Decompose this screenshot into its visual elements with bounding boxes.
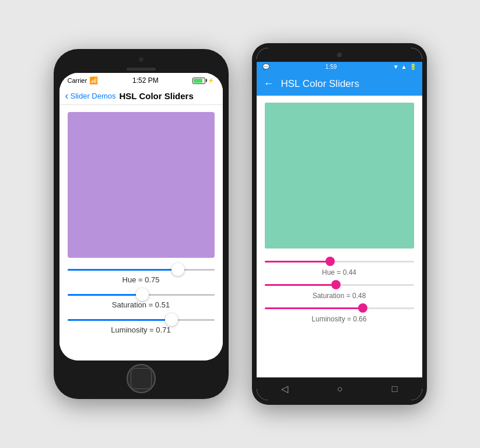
- android-luminosity-track: [265, 307, 414, 309]
- ios-saturation-label: Saturation = 0.51: [68, 300, 215, 309]
- android-luminosity-thumb[interactable]: [358, 303, 367, 313]
- android-luminosity-label: Luminosity = 0.66: [265, 315, 414, 323]
- android-camera-dot: [337, 52, 342, 57]
- android-hue-thumb[interactable]: [325, 257, 335, 266]
- ios-luminosity-thumb[interactable]: [165, 313, 178, 326]
- android-saturation-section: Saturation = 0.48: [265, 279, 414, 300]
- ios-saturation-fill: [68, 294, 143, 296]
- android-luminosity-slider-wrap[interactable]: [265, 302, 414, 314]
- android-hue-slider-wrap[interactable]: [265, 256, 414, 267]
- wifi-icon: 📶: [89, 76, 98, 85]
- ios-camera: [139, 57, 143, 62]
- android-luminosity-fill: [265, 307, 363, 309]
- android-wifi-icon: ▼: [393, 64, 399, 70]
- android-toolbar: ← HSL Color Sliders: [257, 72, 422, 96]
- ios-content: Hue = 0.75 Saturation = 0.51: [59, 105, 223, 360]
- android-toolbar-title: HSL Color Sliders: [281, 78, 359, 90]
- android-recents-button[interactable]: □: [392, 384, 398, 394]
- ios-status-left: Carrier 📶: [68, 76, 99, 85]
- android-saturation-track: [265, 284, 414, 286]
- ios-luminosity-fill: [68, 319, 172, 321]
- battery-icon: [192, 78, 205, 84]
- ios-status-bar: Carrier 📶 1:52 PM ⚡: [59, 73, 223, 87]
- ios-home-inner: [131, 368, 152, 389]
- ios-hue-section: Hue = 0.75: [68, 264, 215, 285]
- ios-hue-fill: [68, 269, 178, 271]
- android-content: Hue = 0.44 Saturation = 0.48: [257, 96, 422, 377]
- android-color-preview: [265, 103, 414, 249]
- android-saturation-thumb[interactable]: [331, 280, 341, 289]
- android-hue-section: Hue = 0.44: [265, 256, 414, 276]
- android-saturation-slider-wrap[interactable]: [265, 279, 414, 290]
- ios-saturation-thumb[interactable]: [136, 288, 149, 301]
- ios-back-button[interactable]: ‹ Slider Demos: [65, 90, 116, 101]
- ios-saturation-track: [68, 294, 215, 296]
- ios-luminosity-label: Luminosity = 0.71: [68, 326, 215, 334]
- android-saturation-fill: [265, 284, 337, 286]
- ios-luminosity-slider-wrap[interactable]: [68, 314, 215, 326]
- ios-phone: Carrier 📶 1:52 PM ⚡ ‹ Slider Demos HSL C…: [54, 49, 229, 399]
- android-back-nav-button[interactable]: ◁: [281, 383, 288, 394]
- android-signal-icon: ▲: [401, 64, 407, 70]
- ios-color-preview: [68, 112, 215, 258]
- ios-luminosity-section: Luminosity = 0.71: [68, 314, 215, 335]
- android-luminosity-section: Luminosity = 0.66: [265, 302, 414, 323]
- ios-screen: Carrier 📶 1:52 PM ⚡ ‹ Slider Demos HSL C…: [59, 73, 223, 360]
- android-status-bar: 💬 1:59 ▼ ▲ 🔋: [257, 62, 422, 72]
- ios-home-button[interactable]: [127, 364, 156, 393]
- ios-time: 1:52 PM: [132, 76, 159, 85]
- ios-saturation-slider-wrap[interactable]: [68, 289, 215, 300]
- android-hue-fill: [265, 261, 331, 262]
- ios-nav-title: HSL Color Sliders: [120, 91, 194, 101]
- ios-hue-label: Hue = 0.75: [68, 275, 215, 284]
- android-phone: 💬 1:59 ▼ ▲ 🔋 ← HSL Color Sliders H: [252, 43, 427, 405]
- android-saturation-label: Saturation = 0.48: [265, 292, 414, 300]
- ios-saturation-section: Saturation = 0.51: [68, 289, 215, 310]
- android-home-button[interactable]: ○: [337, 384, 343, 394]
- android-notification-icon: 💬: [262, 64, 269, 70]
- android-battery-status: 🔋: [409, 64, 416, 70]
- ios-status-right: ⚡: [192, 78, 214, 84]
- back-chevron-icon: ‹: [65, 90, 69, 101]
- carrier-label: Carrier: [68, 77, 87, 84]
- android-camera-bar: [257, 48, 422, 62]
- ios-hue-thumb[interactable]: [171, 263, 184, 276]
- ios-nav-bar: ‹ Slider Demos HSL Color Sliders: [59, 87, 223, 105]
- ios-speaker: [127, 68, 156, 71]
- android-screen: 💬 1:59 ▼ ▲ 🔋 ← HSL Color Sliders H: [257, 48, 422, 400]
- ios-hue-slider-wrap[interactable]: [68, 264, 215, 275]
- android-hue-label: Hue = 0.44: [265, 268, 414, 276]
- android-hue-track: [265, 261, 414, 262]
- ios-back-label: Slider Demos: [71, 92, 116, 100]
- android-nav-bar: ◁ ○ □: [257, 377, 422, 400]
- charge-icon: ⚡: [208, 78, 214, 83]
- ios-hue-track: [68, 269, 215, 271]
- ios-luminosity-track: [68, 319, 215, 321]
- android-back-button[interactable]: ←: [264, 78, 274, 90]
- battery-fill: [194, 79, 202, 83]
- android-time: 1:59: [325, 64, 337, 70]
